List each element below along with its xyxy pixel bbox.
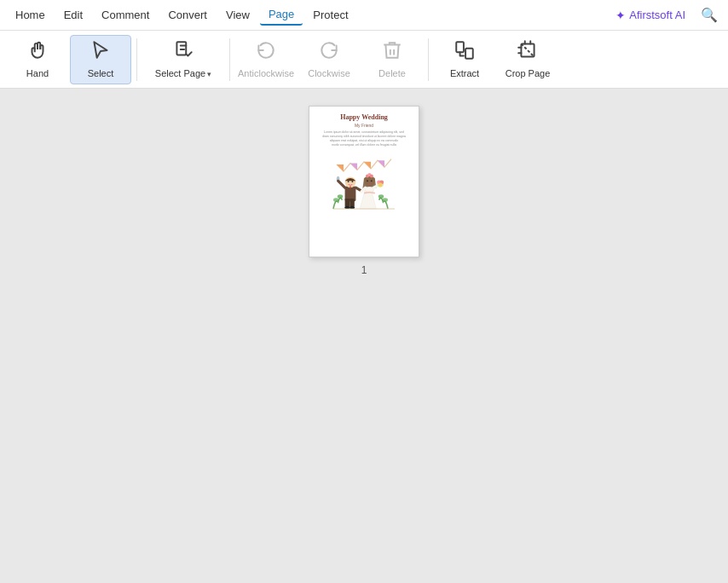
extract-button[interactable]: Extract: [434, 35, 495, 84]
delete-icon: [381, 39, 403, 65]
ai-label: Afirstsoft AI: [629, 9, 685, 21]
menu-bar: Home Edit Comment Convert View Page Prot…: [0, 0, 728, 31]
select-tool-button[interactable]: Select: [70, 35, 131, 84]
select-page-icon: [172, 39, 194, 65]
svg-point-27: [378, 182, 383, 187]
toolbar-divider-2: [229, 38, 230, 81]
page-container: Happy Wedding My Friend Lorem ipsum dolo…: [309, 106, 419, 276]
wedding-title: Happy Wedding: [340, 113, 388, 121]
ai-button[interactable]: ✦ Afirstsoft AI: [609, 6, 692, 25]
svg-rect-13: [345, 199, 350, 207]
svg-point-16: [350, 205, 355, 208]
anticlockwise-icon: [255, 39, 277, 65]
menu-page[interactable]: Page: [260, 4, 303, 26]
clockwise-label: Clockwise: [308, 68, 350, 79]
svg-rect-2: [465, 49, 473, 59]
wedding-text: Lorem ipsum dolor sit amet, consectetuer…: [319, 130, 409, 147]
wedding-illustration: [330, 151, 398, 219]
clockwise-button[interactable]: Clockwise: [298, 35, 360, 84]
crop-page-button[interactable]: Crop Page: [497, 35, 558, 84]
toolbar-divider-1: [136, 38, 137, 81]
dropdown-arrow-icon: ▾: [207, 70, 211, 78]
pdf-page-1[interactable]: Happy Wedding My Friend Lorem ipsum dolo…: [309, 106, 419, 257]
svg-point-10: [348, 181, 350, 182]
svg-point-21: [370, 174, 373, 177]
wedding-subtitle: My Friend: [355, 123, 373, 128]
menu-protect[interactable]: Protect: [304, 5, 356, 25]
hand-tool-button[interactable]: Hand: [7, 35, 68, 84]
page-number-1: 1: [361, 264, 367, 276]
menu-edit[interactable]: Edit: [55, 5, 91, 25]
menu-view[interactable]: View: [217, 5, 258, 25]
select-page-inner: Select Page ▾: [155, 68, 211, 79]
wedding-card-content: Happy Wedding My Friend Lorem ipsum dolo…: [309, 107, 419, 257]
select-icon: [90, 39, 112, 65]
select-page-label: Select Page: [155, 68, 205, 79]
svg-rect-1: [456, 42, 464, 52]
svg-rect-0: [176, 42, 186, 55]
crop-page-label: Crop Page: [506, 68, 551, 79]
svg-point-22: [367, 180, 368, 182]
toolbar: Hand Select Select Page ▾: [0, 31, 728, 89]
main-content: Happy Wedding My Friend Lorem ipsum dolo…: [0, 89, 728, 583]
ai-sparkle-icon: ✦: [615, 9, 626, 22]
svg-point-30: [383, 198, 388, 202]
menu-home[interactable]: Home: [7, 5, 54, 25]
delete-label: Delete: [378, 68, 406, 79]
search-button[interactable]: 🔍: [697, 3, 721, 27]
menu-comment[interactable]: Comment: [93, 5, 158, 25]
select-page-button[interactable]: Select Page ▾: [142, 35, 224, 84]
svg-point-11: [351, 181, 353, 182]
svg-point-29: [338, 194, 343, 199]
svg-point-28: [333, 198, 338, 202]
clockwise-icon: [318, 39, 340, 65]
hand-icon: [26, 39, 49, 65]
menu-right: ✦ Afirstsoft AI 🔍: [609, 3, 721, 27]
svg-point-31: [378, 194, 384, 199]
svg-rect-14: [350, 199, 355, 207]
svg-point-23: [371, 180, 373, 182]
crop-page-icon: [517, 39, 539, 65]
menu-convert[interactable]: Convert: [159, 5, 216, 25]
select-tool-label: Select: [88, 68, 114, 79]
anticlockwise-button[interactable]: Anticlockwise: [235, 35, 297, 84]
extract-label: Extract: [450, 68, 479, 79]
delete-button[interactable]: Delete: [361, 35, 423, 84]
anticlockwise-label: Anticlockwise: [238, 68, 294, 79]
svg-point-15: [344, 205, 350, 208]
search-icon: 🔍: [701, 7, 718, 23]
toolbar-divider-3: [428, 38, 429, 81]
extract-icon: [454, 39, 476, 65]
hand-tool-label: Hand: [26, 68, 49, 79]
